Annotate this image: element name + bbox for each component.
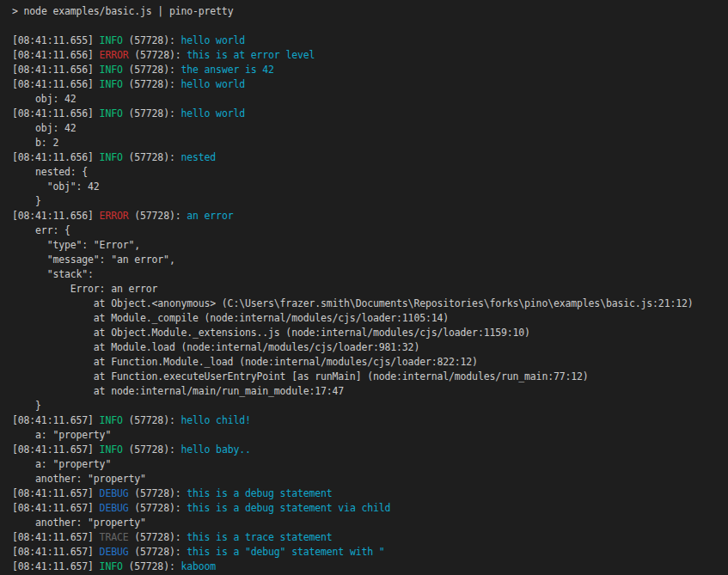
stack-trace-line: at Object.Module._extensions..js (node:i… bbox=[12, 327, 530, 339]
log-property: a: "property" bbox=[12, 458, 111, 470]
log-level: INFO bbox=[100, 151, 123, 163]
terminal-line: [08:41:11.656] INFO (57728): nested bbox=[12, 150, 728, 165]
log-pid: (57728): bbox=[123, 34, 181, 46]
log-level: INFO bbox=[100, 34, 123, 46]
log-property: "obj": 42 bbox=[12, 180, 100, 193]
terminal-line: } bbox=[12, 194, 728, 209]
log-pid: (57728): bbox=[128, 487, 187, 499]
log-message: this is a trace statement bbox=[187, 531, 332, 543]
terminal-line: [08:41:11.656] ERROR (57728): this is at… bbox=[12, 48, 728, 63]
log-level: TRACE bbox=[100, 531, 129, 543]
log-message: hello world bbox=[180, 34, 245, 46]
terminal-output[interactable]: > node examples/basic.js | pino-pretty[0… bbox=[0, 0, 728, 575]
log-property: obj: 42 bbox=[12, 93, 76, 105]
terminal-line: a: "property" bbox=[12, 428, 728, 443]
terminal-line: "stack": bbox=[12, 267, 728, 282]
terminal-line: obj: 42 bbox=[12, 121, 728, 136]
shell-command: node examples/basic.js | pino-pretty bbox=[24, 5, 234, 17]
log-pid: (57728): bbox=[128, 546, 187, 558]
log-pid: (57728): bbox=[128, 502, 187, 514]
log-level: INFO bbox=[100, 64, 123, 76]
log-level: DEBUG bbox=[100, 502, 129, 514]
terminal-line: at Object.Module._extensions..js (node:i… bbox=[12, 326, 728, 340]
log-property: err: { bbox=[12, 224, 70, 236]
log-timestamp: [08:41:11.655] bbox=[12, 34, 100, 46]
log-level: DEBUG bbox=[100, 487, 129, 499]
log-timestamp: [08:41:11.656] bbox=[12, 107, 100, 119]
log-level: INFO bbox=[100, 78, 123, 90]
terminal-line: } bbox=[12, 399, 728, 413]
log-pid: (57728): bbox=[123, 107, 181, 119]
terminal-line: at Module._compile (node:internal/module… bbox=[12, 311, 728, 326]
log-message: an error bbox=[187, 210, 233, 222]
log-pid: (57728): bbox=[128, 531, 187, 543]
log-pid: (57728): bbox=[123, 560, 181, 572]
log-level: INFO bbox=[100, 107, 123, 119]
log-property: a: "property" bbox=[12, 429, 111, 441]
terminal-line: "obj": 42 bbox=[12, 180, 728, 194]
log-timestamp: [08:41:11.657] bbox=[12, 414, 100, 426]
log-pid: (57728): bbox=[128, 49, 187, 61]
log-timestamp: [08:41:11.657] bbox=[12, 560, 100, 572]
log-timestamp: [08:41:11.656] bbox=[12, 64, 100, 76]
terminal-line: err: { bbox=[12, 223, 728, 238]
stack-trace-line: Error: an error bbox=[12, 283, 157, 295]
log-timestamp: [08:41:11.656] bbox=[12, 151, 100, 163]
terminal-blank-line bbox=[12, 19, 728, 34]
terminal-line: [08:41:11.656] INFO (57728): hello world bbox=[12, 107, 728, 121]
log-property: "stack": bbox=[12, 268, 94, 280]
log-timestamp: [08:41:11.656] bbox=[12, 49, 100, 61]
terminal-line: at Function.Module._load (node:internal/… bbox=[12, 355, 728, 370]
terminal-line: [08:41:11.656] INFO (57728): the answer … bbox=[12, 63, 728, 77]
shell-prompt: > bbox=[12, 5, 24, 17]
terminal-line: [08:41:11.657] INFO (57728): kaboom bbox=[12, 560, 728, 574]
stack-trace-line: at Object.<anonymous> (C:\Users\frazer.s… bbox=[12, 297, 694, 309]
log-message: kaboom bbox=[180, 560, 216, 572]
log-message: hello world bbox=[180, 107, 245, 119]
terminal-line: a: "property" bbox=[12, 457, 728, 472]
terminal-line: b: 2 bbox=[12, 136, 728, 150]
log-property: another: "property" bbox=[12, 473, 146, 485]
log-timestamp: [08:41:11.657] bbox=[12, 502, 100, 514]
log-property: obj: 42 bbox=[12, 122, 76, 134]
stack-trace-line: at Module._compile (node:internal/module… bbox=[12, 312, 449, 324]
log-timestamp: [08:41:11.657] bbox=[12, 546, 100, 558]
terminal-line: another: "property" bbox=[12, 516, 728, 530]
log-level: INFO bbox=[100, 414, 123, 426]
stack-trace-line: at node:internal/main/run_main_module:17… bbox=[12, 385, 344, 397]
log-timestamp: [08:41:11.656] bbox=[12, 78, 100, 90]
log-level: INFO bbox=[100, 560, 123, 572]
log-level: ERROR bbox=[100, 49, 129, 61]
terminal-line: [08:41:11.656] INFO (57728): hello world bbox=[12, 77, 728, 92]
terminal-line: "message": "an error", bbox=[12, 253, 728, 267]
terminal-line: [08:41:11.657] DEBUG (57728): this is a … bbox=[12, 501, 728, 516]
log-pid: (57728): bbox=[128, 210, 187, 222]
log-property: } bbox=[12, 195, 41, 207]
log-timestamp: [08:41:11.657] bbox=[12, 531, 100, 543]
terminal-line: nested: { bbox=[12, 165, 728, 180]
log-message: hello baby.. bbox=[180, 443, 250, 456]
log-level: INFO bbox=[100, 443, 123, 456]
log-timestamp: [08:41:11.656] bbox=[12, 210, 100, 222]
terminal-line: at node:internal/main/run_main_module:17… bbox=[12, 384, 728, 399]
log-message: this is at error level bbox=[187, 49, 315, 61]
terminal-line: obj: 42 bbox=[12, 92, 728, 107]
terminal-line: [08:41:11.657] DEBUG (57728): this is a … bbox=[12, 545, 728, 560]
terminal-line: [08:41:11.657] INFO (57728): hello baby.… bbox=[12, 443, 728, 457]
terminal-line: [08:41:11.657] INFO (57728): hello child… bbox=[12, 413, 728, 428]
log-timestamp: [08:41:11.657] bbox=[12, 487, 100, 499]
log-message: this is a "debug" statement with " bbox=[187, 546, 384, 558]
terminal-line: at Module.load (node:internal/modules/cj… bbox=[12, 340, 728, 355]
stack-trace-line: at Function.Module._load (node:internal/… bbox=[12, 356, 478, 368]
log-message: the answer is 42 bbox=[180, 64, 273, 76]
terminal-line: [08:41:11.656] ERROR (57728): an error bbox=[12, 209, 728, 223]
terminal-line: at Function.executeUserEntryPoint [as ru… bbox=[12, 370, 728, 384]
log-property: } bbox=[12, 400, 41, 412]
log-property: another: "property" bbox=[12, 517, 146, 529]
terminal-line: Error: an error bbox=[12, 282, 728, 297]
log-message: nested bbox=[180, 151, 216, 163]
log-level: ERROR bbox=[100, 210, 129, 222]
terminal-line: "type": "Error", bbox=[12, 238, 728, 253]
stack-trace-line: at Function.executeUserEntryPoint [as ru… bbox=[12, 370, 589, 382]
log-timestamp: [08:41:11.657] bbox=[12, 443, 100, 456]
